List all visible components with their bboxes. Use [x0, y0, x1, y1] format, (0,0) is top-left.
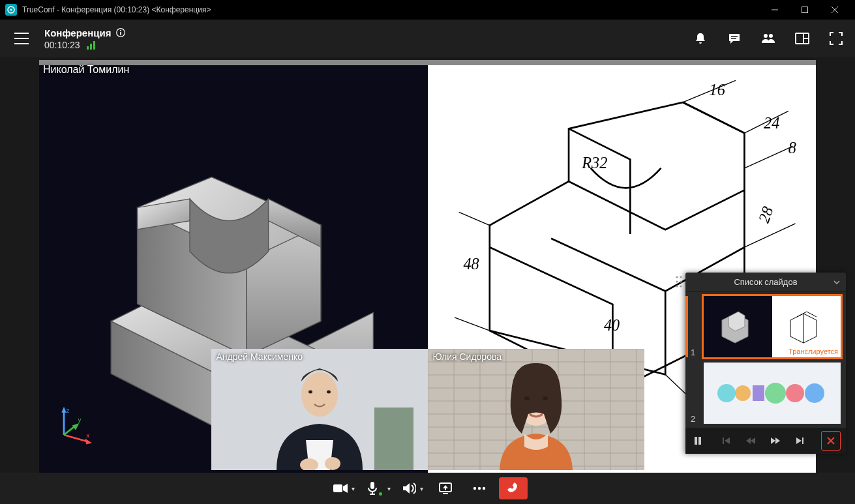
slide-number: 1: [691, 348, 698, 357]
call-toolbar: ▾ ▾ ▾: [0, 473, 855, 504]
svg-line-34: [455, 318, 490, 331]
svg-marker-24: [85, 438, 92, 444]
next-slide-button[interactable]: [768, 434, 783, 448]
svg-point-70: [717, 384, 736, 402]
svg-marker-27: [72, 423, 80, 430]
signal-strength-icon: [87, 40, 95, 50]
share-screen-button[interactable]: [431, 477, 460, 499]
svg-point-51: [308, 391, 312, 394]
svg-line-31: [745, 146, 793, 168]
window-close-button[interactable]: [820, 0, 850, 20]
svg-point-4: [120, 30, 121, 31]
window-title: TrueConf - Конференция (00:10:23) <Конфе…: [22, 5, 760, 14]
notifications-icon[interactable]: [692, 30, 709, 47]
svg-marker-81: [751, 437, 755, 444]
svg-rect-76: [695, 437, 697, 445]
slides-panel-header: Список слайдов: [685, 273, 846, 292]
svg-rect-49: [374, 408, 413, 470]
pause-button[interactable]: [691, 434, 705, 448]
svg-rect-2: [802, 7, 808, 13]
chat-icon[interactable]: [726, 30, 743, 47]
svg-rect-9: [796, 34, 803, 43]
info-icon[interactable]: [116, 28, 125, 37]
svg-point-6: [764, 34, 768, 38]
close-slideshow-button[interactable]: [821, 431, 841, 451]
slide-thumbnail: [704, 363, 841, 424]
svg-point-7: [769, 34, 773, 38]
last-slide-button[interactable]: [792, 434, 807, 448]
svg-text:16: 16: [710, 81, 725, 98]
drag-handle-icon[interactable]: [675, 275, 683, 288]
svg-rect-88: [370, 482, 374, 489]
shared-window-titlebar: [39, 60, 816, 65]
presenter-name-label: Николай Томилин: [43, 64, 129, 76]
svg-point-75: [805, 383, 824, 403]
slides-panel-title: Список слайдов: [734, 277, 797, 287]
hamburger-menu-button[interactable]: [10, 27, 33, 50]
microphone-button[interactable]: ▾: [362, 477, 392, 499]
svg-marker-82: [771, 437, 775, 444]
svg-marker-87: [343, 484, 348, 493]
app-icon: [5, 4, 17, 16]
chevron-down-icon[interactable]: ▾: [420, 485, 423, 492]
svg-point-73: [765, 383, 786, 404]
prev-slide-button[interactable]: [743, 434, 758, 448]
chevron-down-icon[interactable]: ▾: [387, 485, 391, 492]
layout-icon[interactable]: [794, 30, 811, 47]
svg-rect-5: [121, 32, 122, 35]
camera-button[interactable]: ▾: [328, 477, 357, 499]
svg-text:R32: R32: [582, 154, 608, 171]
svg-text:z: z: [67, 407, 70, 414]
svg-rect-85: [802, 437, 803, 444]
slide-item[interactable]: 2: [691, 363, 841, 424]
svg-marker-91: [403, 483, 410, 494]
participants-icon[interactable]: [760, 30, 777, 47]
svg-rect-78: [723, 437, 724, 444]
svg-point-59: [524, 396, 530, 400]
slide-controls: [685, 428, 846, 454]
svg-point-54: [325, 457, 340, 470]
svg-point-65: [676, 285, 678, 287]
svg-rect-86: [333, 484, 342, 492]
participant-tile[interactable]: Юлия Сидорова: [428, 349, 644, 470]
collapse-icon[interactable]: [833, 278, 841, 286]
svg-point-66: [680, 285, 682, 287]
slide-thumbnail: Транслируется: [704, 296, 841, 357]
mic-active-indicator: [379, 492, 382, 496]
conference-title: Конференция: [44, 27, 111, 38]
svg-point-50: [301, 372, 338, 417]
svg-marker-93: [443, 485, 448, 490]
chevron-down-icon[interactable]: ▾: [352, 485, 355, 492]
participant-tile[interactable]: Андрей Максименко: [211, 349, 428, 470]
speaker-button[interactable]: ▾: [397, 477, 426, 499]
slide-item[interactable]: 1 Транслируется: [685, 296, 841, 357]
svg-marker-21: [61, 407, 66, 413]
svg-point-61: [676, 276, 678, 278]
svg-point-60: [543, 396, 548, 400]
svg-point-71: [735, 385, 751, 401]
window-maximize-button[interactable]: [790, 0, 820, 20]
participant-name: Андрей Максименко: [217, 351, 303, 362]
svg-marker-80: [746, 437, 751, 444]
first-slide-button[interactable]: [719, 434, 734, 448]
svg-text:8: 8: [788, 139, 796, 156]
window-minimize-button[interactable]: [760, 0, 790, 20]
svg-text:24: 24: [764, 114, 779, 132]
fullscreen-icon[interactable]: [828, 30, 845, 47]
svg-point-52: [327, 391, 331, 394]
svg-rect-10: [804, 34, 808, 38]
svg-point-1: [10, 9, 12, 11]
hangup-button[interactable]: [499, 477, 528, 499]
svg-point-64: [680, 280, 682, 282]
axis-gizmo: z x y: [52, 406, 98, 447]
svg-rect-11: [804, 39, 808, 43]
more-options-button[interactable]: [465, 477, 494, 499]
svg-rect-77: [698, 437, 701, 445]
svg-line-32: [745, 223, 796, 246]
slides-panel[interactable]: Список слайдов 1 Транслируется 2: [685, 273, 846, 454]
svg-point-95: [473, 487, 475, 490]
svg-line-33: [459, 212, 490, 225]
svg-marker-84: [796, 437, 802, 444]
svg-marker-79: [725, 437, 730, 444]
svg-text:28: 28: [755, 204, 777, 225]
